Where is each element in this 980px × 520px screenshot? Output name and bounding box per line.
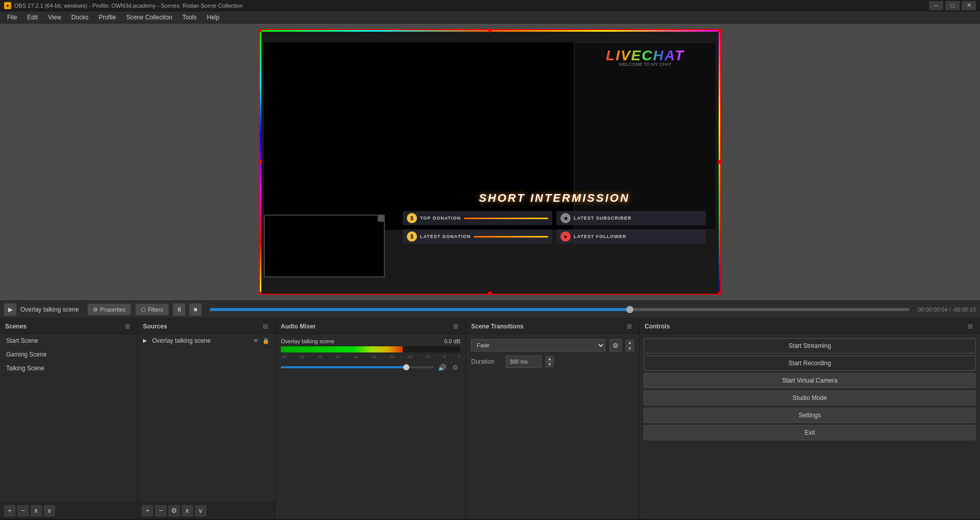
controls-expand-icon[interactable]: ⊞ xyxy=(966,322,975,331)
handle-top-right[interactable] xyxy=(718,29,721,32)
scenes-panel-footer: + − ∧ ∨ xyxy=(0,502,137,519)
scene-move-up-button[interactable]: ∧ xyxy=(31,505,42,516)
source-remove-button[interactable]: − xyxy=(155,505,166,516)
transition-type-row: Fade Cut Swipe Slide Stinger Luma Wipe ⚙… xyxy=(471,339,634,351)
progress-fill xyxy=(210,308,630,311)
preview-canvas[interactable]: LIVECHAT WELCOME TO MY CHAT SHORT INTERM… xyxy=(259,29,721,295)
marker-48: -48 xyxy=(316,354,323,359)
progress-thumb[interactable] xyxy=(626,306,633,313)
start-virtual-camera-button[interactable]: Start Virtual Camera xyxy=(644,373,976,388)
start-streaming-button[interactable]: Start Streaming xyxy=(644,338,976,353)
transition-type-select[interactable]: Fade Cut Swipe Slide Stinger Luma Wipe xyxy=(471,339,605,351)
scenes-panel: Scenes ⊞ Start Scene Gaming Scene Talkin… xyxy=(0,319,138,519)
exit-button[interactable]: Exit xyxy=(644,425,976,440)
menu-scene-collection[interactable]: Scene Collection xyxy=(121,13,177,22)
scene-item-gaming[interactable]: Gaming Scene xyxy=(0,348,137,362)
handle-mid-left[interactable] xyxy=(259,160,262,164)
controls-header-icons: ⊞ xyxy=(966,322,975,331)
scene-move-down-button[interactable]: ∨ xyxy=(44,505,55,516)
menu-view[interactable]: View xyxy=(43,13,66,22)
sources-expand-icon[interactable]: ⊞ xyxy=(261,322,270,331)
properties-button[interactable]: ⚙ Properties xyxy=(87,303,131,316)
titlebar-controls[interactable]: ─ □ ✕ xyxy=(929,1,976,10)
top-donation-label: TOP DONATION xyxy=(420,216,461,221)
properties-label: Properties xyxy=(100,306,126,313)
intermission-title: SHORT INTERMISSION xyxy=(479,192,630,205)
scene-item-talking[interactable]: Talking Scene xyxy=(0,362,137,375)
handle-mid-right[interactable] xyxy=(718,160,721,164)
source-move-up-button[interactable]: ∧ xyxy=(182,505,193,516)
timeline-progress[interactable] xyxy=(210,308,910,311)
start-recording-button[interactable]: Start Recording xyxy=(644,356,976,371)
close-button[interactable]: ✕ xyxy=(962,1,976,10)
transitions-panel-title: Scene Transitions xyxy=(471,323,524,330)
menu-profile[interactable]: Profile xyxy=(93,13,121,22)
source-visibility-icon[interactable]: 👁 xyxy=(252,337,260,345)
source-add-button[interactable]: + xyxy=(142,505,153,516)
duration-up-button[interactable]: ▲ xyxy=(546,356,554,362)
settings-button[interactable]: Settings xyxy=(644,408,976,423)
duration-input[interactable] xyxy=(506,356,542,368)
audio-mixer-panel: Audio Mixer ⊞ Overlay talking scene 0.0 … xyxy=(276,319,466,519)
transition-type-down-button[interactable]: ▼ xyxy=(626,346,634,351)
menu-docks[interactable]: Docks xyxy=(66,13,93,22)
mute-button[interactable]: 🔊 xyxy=(437,362,447,372)
audio-db-value: 0.0 dB xyxy=(444,338,460,344)
audio-settings-button[interactable]: ⚙ xyxy=(450,362,460,372)
audio-level-markers: -60 -54 -48 -42 -36 -30 -24 -18 -12 -6 0 xyxy=(281,354,460,359)
handle-top-left[interactable] xyxy=(259,29,262,32)
duration-down-button[interactable]: ▼ xyxy=(546,362,554,367)
handle-top-center[interactable] xyxy=(488,29,492,32)
marker-18: -18 xyxy=(406,354,412,359)
scenes-panel-title: Scenes xyxy=(5,323,27,330)
controls-panel-header: Controls ⊞ xyxy=(640,319,980,334)
sources-panel-title: Sources xyxy=(143,323,167,330)
audio-expand-icon[interactable]: ⊞ xyxy=(451,322,460,331)
source-overlay-name: Overlay talking scene xyxy=(152,337,249,344)
latest-donation-label: LATEST DONATION xyxy=(420,234,471,239)
transitions-header-icons: ⊞ xyxy=(625,322,634,331)
scene-transitions-panel: Scene Transitions ⊞ Fade Cut Swipe Slide… xyxy=(466,319,640,519)
handle-bot-left[interactable] xyxy=(259,292,262,295)
source-item-overlay[interactable]: ▶ Overlay talking scene 👁 🔒 xyxy=(138,334,275,348)
scene-remove-button[interactable]: − xyxy=(17,505,29,516)
marker-36: -36 xyxy=(353,354,359,359)
scene-item-start[interactable]: Start Scene xyxy=(0,334,137,348)
transition-gear-button[interactable]: ⚙ xyxy=(609,339,622,351)
studio-mode-button[interactable]: Studio Mode xyxy=(644,390,976,406)
menu-help[interactable]: Help xyxy=(202,13,225,22)
audio-track-label: Overlay talking scene xyxy=(281,338,334,344)
filters-button[interactable]: ⬡ Filters xyxy=(135,303,169,316)
cam-resize-handle[interactable] xyxy=(378,216,384,222)
stat-latest-subscriber: ★ LATEST SUBSCRIBER xyxy=(556,211,706,225)
source-lock-icon[interactable]: 🔒 xyxy=(262,337,270,345)
stats-grid: $ TOP DONATION ★ LATEST SUBSCRIBER $ LAT… xyxy=(393,211,716,244)
sources-header-icons: ⊞ xyxy=(261,322,270,331)
volume-slider[interactable] xyxy=(281,366,434,368)
transitions-content: Fade Cut Swipe Slide Stinger Luma Wipe ⚙… xyxy=(466,334,639,519)
handle-bot-center[interactable] xyxy=(488,292,492,295)
transition-type-up-button[interactable]: ▲ xyxy=(626,340,634,345)
marker-60: -60 xyxy=(281,354,287,359)
play-button[interactable]: ▶ xyxy=(4,303,16,316)
scenes-expand-icon[interactable]: ⊞ xyxy=(123,322,132,331)
source-list: ▶ Overlay talking scene 👁 🔒 xyxy=(138,334,275,502)
duration-spinners: ▲ ▼ xyxy=(546,356,554,367)
sources-panel-header: Sources ⊞ xyxy=(138,319,275,334)
transitions-expand-icon[interactable]: ⊞ xyxy=(625,322,634,331)
pause-button[interactable]: ⏸ xyxy=(173,303,185,316)
handle-bot-right[interactable] xyxy=(718,292,721,295)
source-move-down-button[interactable]: ∨ xyxy=(195,505,206,516)
scene-add-button[interactable]: + xyxy=(4,505,15,516)
livechat-header: LIVECHAT WELCOME TO MY CHAT xyxy=(574,44,716,70)
maximize-button[interactable]: □ xyxy=(945,1,960,10)
source-settings-button[interactable]: ⚙ xyxy=(168,505,180,516)
minimize-button[interactable]: ─ xyxy=(929,1,943,10)
volume-thumb[interactable] xyxy=(403,364,409,370)
top-donation-bar xyxy=(464,218,548,219)
menu-file[interactable]: File xyxy=(2,13,22,22)
titlebar-title: ● OBS 27.2.1 (64-bit, windows) - Profile… xyxy=(4,2,243,9)
stop-button[interactable]: ■ xyxy=(189,303,202,316)
menu-edit[interactable]: Edit xyxy=(22,13,43,22)
menu-tools[interactable]: Tools xyxy=(177,13,202,22)
